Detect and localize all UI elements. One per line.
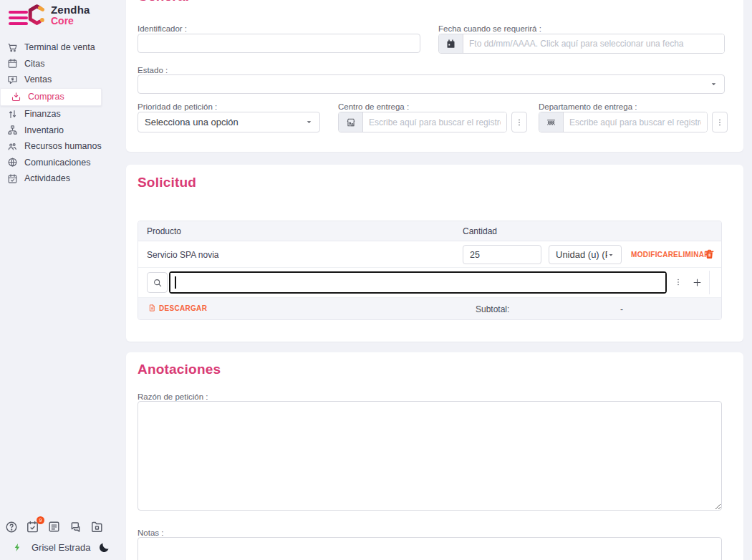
unit-select-value: Unidad (u) (Por [556, 249, 607, 260]
delivery-department-input[interactable] [564, 112, 707, 132]
sidebar-item-label: Recursos humanos [24, 141, 102, 151]
globe-icon [7, 157, 18, 168]
search-icon[interactable] [147, 272, 168, 293]
product-name: Servicio SPA novia [147, 250, 219, 260]
user-row: Grisel Estrada [0, 541, 120, 554]
sidebar-item-inventario[interactable]: Inventario [0, 122, 120, 138]
section-anotaciones: Anotaciones Razón de petición : Notas : [126, 352, 743, 560]
request-items-table: Producto Cantidad Servicio SPA novia Uni… [138, 221, 722, 320]
sidebar-item-label: Actividades [24, 173, 70, 183]
sitemap-icon [7, 125, 18, 135]
calendar-icon [7, 58, 18, 69]
table-row: Servicio SPA novia Unidad (u) (Por MODIF… [138, 241, 721, 268]
product-search-row [138, 268, 721, 298]
priority-select[interactable]: Selecciona una opción [138, 112, 320, 132]
divider [709, 271, 710, 294]
help-icon[interactable] [5, 521, 18, 534]
date-input[interactable] [463, 34, 724, 53]
download-button[interactable]: DESCARGAR [148, 304, 207, 312]
delivery-department-more-button[interactable] [712, 112, 728, 132]
sidebar: Zendha Core Terminal de venta Citas Vent… [0, 0, 120, 560]
plus-icon [692, 277, 703, 288]
unit-select[interactable]: Unidad (u) (Por [549, 245, 622, 264]
priority-label: Prioridad de petición : [138, 102, 217, 111]
delivery-center-group [338, 112, 507, 132]
sidebar-item-ventas[interactable]: Ventas [0, 72, 120, 88]
chevron-down-icon [710, 80, 718, 88]
notes-icon[interactable] [47, 520, 61, 534]
date-input-group [438, 34, 725, 54]
cart-icon [7, 42, 18, 53]
sales-bubble-icon [7, 74, 18, 85]
chevron-down-icon [607, 251, 614, 259]
zendha-logo-icon [26, 4, 47, 26]
archive-box-icon[interactable] [90, 520, 104, 534]
dark-mode-moon-icon[interactable] [98, 541, 110, 554]
sidebar-item-label: Citas [24, 59, 44, 69]
subtotal-label: Subtotal: [476, 304, 509, 314]
sidebar-nav: Terminal de venta Citas Ventas Compras F… [0, 39, 120, 187]
section-general: General Identificador : Fecha cuando se … [126, 0, 743, 152]
reason-textarea[interactable] [138, 401, 722, 511]
column-header-producto: Producto [147, 226, 181, 236]
calendar-check-icon [7, 173, 18, 184]
chat-icon[interactable] [69, 520, 82, 534]
notes-label: Notas : [138, 528, 163, 537]
sidebar-item-comunicaciones[interactable]: Comunicaciones [0, 155, 120, 171]
delivery-center-more-button[interactable] [511, 112, 527, 132]
user-name[interactable]: Grisel Estrada [32, 542, 90, 553]
brand-logo[interactable]: Zendha Core [26, 4, 90, 26]
estado-select[interactable] [138, 74, 725, 94]
sidebar-item-label: Finanzas [24, 109, 61, 119]
reason-label: Razón de petición : [138, 392, 208, 401]
search-row-more-button[interactable] [670, 273, 687, 291]
agenda-notifications-icon[interactable]: 9 [26, 520, 39, 534]
sidebar-item-finanzas[interactable]: Finanzas [0, 106, 120, 122]
sidebar-item-terminal-de-venta[interactable]: Terminal de venta [0, 39, 120, 56]
quantity-input[interactable] [463, 245, 541, 264]
dots-vertical-icon [715, 117, 724, 127]
section-title-general: General [138, 0, 189, 4]
notes-textarea[interactable] [138, 537, 722, 560]
sidebar-footer-icons: 9 [5, 520, 104, 534]
sidebar-item-recursos-humanos[interactable]: Recursos humanos [0, 138, 120, 155]
brand-subtitle: Core [51, 16, 90, 26]
sidebar-item-actividades[interactable]: Actividades [0, 170, 120, 187]
notification-badge: 9 [37, 516, 44, 524]
sidebar-item-citas[interactable]: Citas [0, 56, 120, 72]
text-cursor [175, 276, 176, 289]
trash-icon[interactable] [704, 248, 715, 260]
date-required-label: Fecha cuando se requerirá : [438, 24, 541, 33]
chevron-down-icon [305, 118, 313, 126]
estado-label: Estado : [138, 66, 168, 74]
delivery-department-label: Departamento de entrega : [539, 102, 637, 111]
section-title-solicitud: Solicitud [138, 175, 196, 190]
delivery-center-input[interactable] [363, 112, 506, 132]
bolt-icon [13, 542, 22, 553]
hamburger-menu-icon[interactable] [9, 11, 28, 28]
priority-select-value: Selecciona una opción [145, 117, 238, 127]
identifier-input[interactable] [138, 34, 420, 53]
section-title-anotaciones: Anotaciones [138, 362, 221, 377]
section-solicitud: Solicitud Producto Cantidad Servicio SPA… [126, 165, 743, 342]
download-icon [11, 92, 21, 102]
app-root: Zendha Core Terminal de venta Citas Vent… [0, 0, 752, 560]
dots-vertical-icon [515, 117, 524, 127]
arrows-up-down-icon [7, 109, 18, 120]
add-product-button[interactable] [688, 273, 705, 291]
download-button-label: DESCARGAR [159, 304, 207, 312]
sidebar-item-label: Comunicaciones [24, 158, 90, 168]
modify-button[interactable]: MODIFICAR [631, 251, 673, 259]
brand-name: Zendha [51, 4, 90, 16]
table-header: Producto Cantidad [138, 221, 721, 241]
sidebar-item-label: Inventario [24, 125, 64, 135]
delivery-center-label: Centro de entrega : [338, 102, 409, 111]
sidebar-item-compras[interactable]: Compras [0, 88, 102, 106]
delivery-department-group [539, 112, 708, 132]
subtotal-value: - [620, 304, 623, 314]
datepicker-calendar-icon[interactable] [439, 34, 463, 53]
product-search-input[interactable] [170, 273, 665, 292]
document-icon [148, 304, 156, 312]
identifier-label: Identificador : [138, 24, 187, 33]
dots-vertical-icon [674, 277, 683, 287]
